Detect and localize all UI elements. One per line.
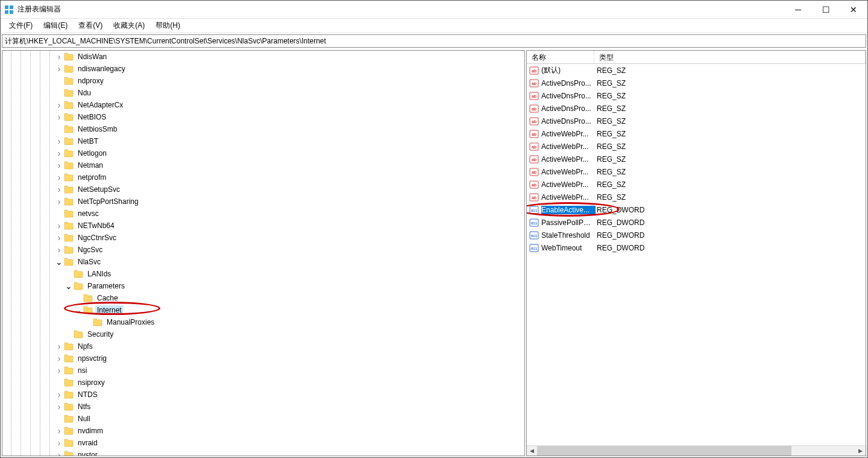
chevron-right-icon[interactable]: › [54,64,64,74]
chevron-right-icon[interactable]: › [54,185,64,194]
chevron-right-icon[interactable]: › [54,233,64,243]
registry-tree[interactable]: ›NdisWan›ndiswanlegacy.ndproxy.Ndu›NetAd… [2,51,524,456]
menu-file[interactable]: 文件(F) [4,19,37,32]
tree-item[interactable]: ›NgcSvc [2,244,524,256]
tree-item[interactable]: .netvsc [2,208,524,220]
horizontal-scrollbar[interactable]: ◀ ▶ [527,445,866,456]
chevron-right-icon[interactable]: › [54,100,64,110]
tree-item[interactable]: ›nvraid [2,437,524,449]
chevron-right-icon[interactable]: › [54,366,64,375]
tree-item[interactable]: ›npsvctrig [2,352,524,364]
chevron-right-icon[interactable]: › [54,354,64,363]
chevron-right-icon[interactable]: › [54,173,64,182]
tree-item[interactable]: ›NetTcpPortSharing [2,196,524,208]
value-name: (默认) [541,65,596,75]
value-row[interactable]: abActiveDnsPro...REG_SZ [527,102,866,115]
tree-item[interactable]: ›NetBIOS [2,111,524,123]
value-row[interactable]: ab(默认)REG_SZ [527,64,866,77]
chevron-right-icon[interactable]: › [54,426,64,436]
menu-favorites[interactable]: 收藏夹(A) [108,19,149,32]
tree-item[interactable]: ›nvdimm [2,425,524,437]
scroll-left-button[interactable]: ◀ [527,446,537,456]
tree-item[interactable]: ›NetSetupSvc [2,183,524,196]
value-row[interactable]: 011PassivePollPe...REG_DWORD [527,216,866,229]
chevron-right-icon[interactable]: › [54,112,64,122]
value-type: REG_SZ [596,130,866,138]
value-row[interactable]: abActiveWebPr...REG_SZ [527,191,866,203]
tree-item[interactable]: ›Npfs [2,340,524,352]
svg-text:ab: ab [532,132,536,136]
svg-rect-1 [10,5,13,9]
chevron-right-icon[interactable]: › [54,136,64,146]
scroll-track[interactable] [537,446,855,456]
tree-item[interactable]: .LANIds [2,268,524,280]
tree-item[interactable]: ›NetBT [2,135,524,147]
value-row[interactable]: 011EnableActive...REG_DWORD [527,203,866,216]
folder-icon [83,306,93,314]
chevron-right-icon[interactable]: › [54,438,64,448]
menu-edit[interactable]: 编辑(E) [39,19,72,32]
value-row[interactable]: abActiveWebPr...REG_SZ [527,140,866,153]
chevron-right-icon[interactable]: › [54,450,64,456]
chevron-down-icon[interactable]: ⌄ [54,257,64,267]
chevron-right-icon[interactable]: › [54,245,64,255]
chevron-right-icon[interactable]: › [54,148,64,158]
tree-item[interactable]: ⌄NlaSvc [2,256,524,268]
value-row[interactable]: abActiveWebPr...REG_SZ [527,165,866,178]
folder-icon [64,390,74,399]
tree-item[interactable]: ›Netman [2,159,524,171]
column-name[interactable]: 名称 [527,51,594,63]
chevron-right-icon[interactable]: › [54,161,64,170]
value-row[interactable]: abActiveDnsPro...REG_SZ [527,115,866,127]
tree-item[interactable]: ›Netlogon [2,147,524,159]
tree-item[interactable]: .ManualProxies [2,316,524,328]
chevron-right-icon[interactable]: › [54,221,64,231]
chevron-down-icon[interactable]: ⌄ [64,281,74,291]
dword-value-icon: 011 [529,205,539,215]
close-button[interactable]: ✕ [840,1,867,18]
menu-help[interactable]: 帮助(H) [151,19,185,32]
tree-item[interactable]: ›NETwNb64 [2,220,524,232]
value-row[interactable]: 011StaleThresholdREG_DWORD [527,229,866,241]
address-bar[interactable]: 计算机\HKEY_LOCAL_MACHINE\SYSTEM\CurrentCon… [2,34,866,48]
tree-item[interactable]: .NetbiosSmb [2,123,524,135]
tree-item[interactable]: .Cache [2,292,524,304]
scroll-right-button[interactable]: ▶ [855,446,866,456]
tree-item[interactable]: .ndproxy [2,75,524,87]
tree-item[interactable]: .Null [2,413,524,425]
value-row[interactable]: abActiveWebPr...REG_SZ [527,153,866,165]
tree-item[interactable]: ›NgcCtnrSvc [2,232,524,244]
chevron-right-icon[interactable]: › [54,342,64,351]
value-list[interactable]: ab(默认)REG_SZabActiveDnsPro...REG_SZabAct… [527,64,866,445]
maximize-button[interactable]: ☐ [812,1,840,18]
scroll-thumb[interactable] [537,446,791,456]
tree-item[interactable]: ›Ntfs [2,401,524,413]
value-row[interactable]: abActiveDnsPro...REG_SZ [527,77,866,89]
tree-item[interactable]: .Security [2,328,524,340]
column-type[interactable]: 类型 [594,51,866,63]
tree-item[interactable]: ›netprofm [2,171,524,183]
tree-item[interactable]: ⌄Internet [2,304,524,316]
tree-item[interactable]: ›ndiswanlegacy [2,63,524,75]
tree-item[interactable]: ⌄Parameters [2,280,524,292]
menu-view[interactable]: 查看(V) [74,19,107,32]
chevron-right-icon[interactable]: › [54,197,64,206]
value-row[interactable]: abActiveWebPr...REG_SZ [527,127,866,140]
tree-item[interactable]: ›NTDS [2,389,524,401]
minimize-button[interactable]: ─ [784,1,812,18]
tree-item[interactable]: .Ndu [2,87,524,99]
value-row[interactable]: abActiveWebPr...REG_SZ [527,178,866,191]
tree-item-label: Internet [95,305,124,315]
chevron-right-icon[interactable]: › [54,402,64,412]
tree-item[interactable]: ›NdisWan [2,51,524,63]
tree-item[interactable]: ›nsi [2,364,524,377]
value-row[interactable]: abActiveDnsPro...REG_SZ [527,89,866,102]
chevron-down-icon[interactable]: ⌄ [74,305,83,315]
folder-icon [64,354,74,363]
tree-item[interactable]: ›nvstor [2,449,524,456]
chevron-right-icon[interactable]: › [54,52,64,62]
chevron-right-icon[interactable]: › [54,390,64,399]
tree-item[interactable]: ›NetAdapterCx [2,99,524,111]
value-row[interactable]: 011WebTimeoutREG_DWORD [527,241,866,254]
tree-item[interactable]: .nsiproxy [2,377,524,389]
